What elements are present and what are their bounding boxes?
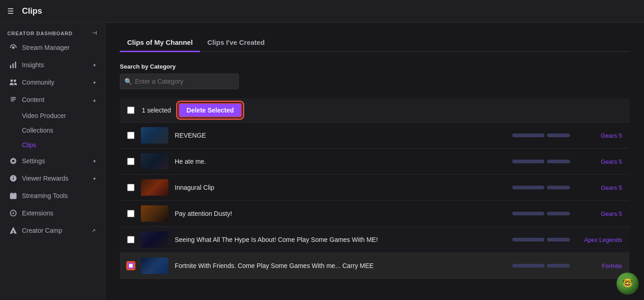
clip-stats [512,264,570,268]
sidebar-item-settings[interactable]: Settings ▾ [2,152,103,170]
clip-game[interactable]: Gears 5 [576,210,622,217]
clip-thumbnail [141,205,168,222]
camp-icon [9,226,17,235]
sidebar-item-extensions[interactable]: Extensions [2,204,103,222]
clip-checkbox-selected[interactable] [127,262,134,269]
stream-icon [9,43,17,52]
clip-stat-bar-sm [547,186,570,189]
clip-game[interactable]: Apex Legends [576,236,622,243]
svg-rect-1 [10,65,11,68]
sidebar-item-collections[interactable]: Collections [2,123,103,138]
clip-row[interactable]: REVENGE Gears 5 [120,123,629,149]
clip-name: He ate me. [175,158,506,165]
clip-name: REVENGE [175,132,506,139]
clip-game[interactable]: Gears 5 [576,184,622,191]
search-icon: 🔍 [124,78,132,85]
clip-thumbnail [141,179,168,196]
svg-rect-3 [15,62,16,68]
clip-checkbox[interactable] [127,158,134,165]
tab-created[interactable]: Clips I've Created [200,34,272,52]
selected-count: 1 selected [142,107,171,114]
clip-stat-bar-sm [547,238,570,241]
clip-stat-bar [512,160,544,163]
sidebar-section-label: CREATOR DASHBOARD ⊣ [0,23,105,39]
settings-chevron: ▾ [93,159,96,164]
clip-name: Pay attention Dusty! [175,210,506,217]
app-header: ☰ Clips [0,0,644,23]
sidebar-item-community[interactable]: Community ▾ [2,74,103,91]
sidebar-item-video-producer[interactable]: Video Producer [2,108,103,123]
tab-my-channel[interactable]: Clips of My Channel [120,34,200,52]
clip-stats [512,160,570,163]
extensions-icon [9,209,17,217]
sidebar-item-clips[interactable]: Clips [2,138,103,152]
clip-game[interactable]: Gears 5 [576,132,622,139]
clips-header-row: 1 selected Delete Selected [120,98,629,123]
clip-row[interactable]: Innagural Clip Gears 5 [120,175,629,201]
community-icon [9,78,17,86]
clip-stats [512,186,570,189]
clip-stat-bar-sm [547,134,570,137]
insights-chevron: ▾ [93,63,96,68]
select-all-checkbox[interactable] [127,107,134,114]
clip-checkbox[interactable] [127,210,134,217]
clip-checkbox[interactable] [127,184,134,191]
delete-selected-button[interactable]: Delete Selected [178,103,242,118]
clip-checkbox[interactable] [127,236,134,243]
clip-row[interactable]: Pay attention Dusty! Gears 5 [120,201,629,227]
sidebar-item-viewer-rewards[interactable]: Viewer Rewards ▾ [2,170,103,187]
main-content: Clips of My Channel Clips I've Created S… [105,0,644,300]
sidebar-item-creator-camp[interactable]: Creator Camp ↗ [2,222,103,239]
avatar-face: 🤓 [617,273,639,295]
clip-stat-bar-sm [547,264,570,268]
clip-stat-bar-sm [547,212,570,215]
clip-stat-bar [512,264,544,268]
clip-stats [512,134,570,137]
clips-selection-info: 1 selected Delete Selected [127,103,242,118]
sidebar-collapse-icon[interactable]: ⊣ [92,30,97,36]
clip-thumbnail [141,231,168,248]
clip-stat-bar [512,134,544,137]
clip-thumbnail [141,153,168,170]
app-title: Clips [22,6,42,16]
clip-stats [512,212,570,215]
content-chevron: ▴ [93,97,96,102]
community-chevron: ▾ [93,80,96,85]
clip-name: Seeing What All The Hype Is About! Come … [175,236,506,243]
sidebar-item-content[interactable]: Content ▴ [2,91,103,108]
content-icon [9,96,17,104]
clip-row[interactable]: Seeing What All The Hype Is About! Come … [120,227,629,253]
tools-icon [9,192,17,200]
insights-icon [9,61,17,69]
external-link-icon: ↗ [91,228,96,234]
sidebar-item-stream-manager[interactable]: Stream Manager [2,39,103,56]
clip-game[interactable]: Gears 5 [576,158,622,165]
clip-row[interactable]: He ate me. Gears 5 [120,149,629,175]
svg-point-4 [12,212,14,214]
clip-stat-bar [512,186,544,189]
search-label: Search by Category [120,63,629,70]
sidebar-item-insights[interactable]: Insights ▾ [2,56,103,74]
sidebar: CREATOR DASHBOARD ⊣ Stream Manager Insig… [0,0,105,300]
clip-name: Fortnite With Friends. Come Play Some Ga… [175,262,506,269]
rewards-icon [9,174,17,182]
settings-icon [9,157,17,165]
clip-name: Innagural Clip [175,184,506,191]
clip-stat-bar [512,212,544,215]
clip-row[interactable]: Fortnite With Friends. Come Play Some Ga… [120,253,629,279]
sidebar-item-streaming-tools[interactable]: Streaming Tools [2,187,103,204]
clip-game[interactable]: Fortnite [576,262,622,269]
search-input[interactable] [120,74,239,89]
tabs-container: Clips of My Channel Clips I've Created [120,34,629,52]
clip-checkbox[interactable] [127,132,134,139]
clip-stats [512,238,570,241]
avatar-glasses: 🤓 [623,278,633,288]
svg-rect-2 [12,63,14,68]
menu-icon[interactable]: ☰ [7,7,16,16]
avatar[interactable]: 🤓 [617,273,639,295]
svg-point-0 [12,46,14,48]
viewer-rewards-chevron: ▾ [93,176,96,181]
clip-thumbnail [141,257,168,274]
search-input-wrap: 🔍 [120,74,239,89]
clip-stat-bar [512,238,544,241]
